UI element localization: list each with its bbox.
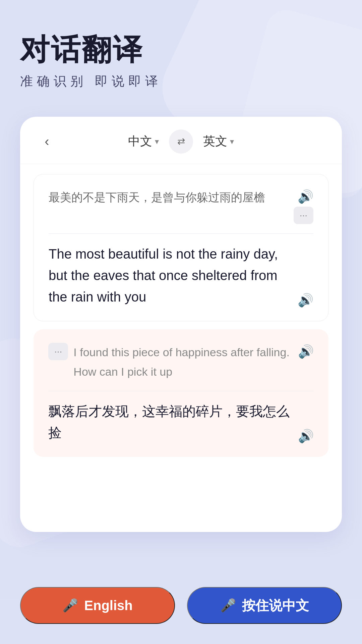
back-button[interactable]: ‹ (37, 134, 57, 149)
block1-source-speaker[interactable]: 🔊 (298, 189, 313, 204)
main-card: ‹ 中文 ▾ ⇄ 英文 ▾ 最美的不是下雨 (20, 117, 342, 532)
language-controls: 中文 ▾ ⇄ 英文 ▾ (57, 129, 305, 154)
chinese-button-label: 按住说中文 (242, 596, 309, 615)
english-mic-icon: 🎤 (62, 598, 78, 613)
english-button-label: English (84, 598, 132, 613)
chinese-speak-button[interactable]: 🎤 按住说中文 (187, 587, 342, 624)
block2-translated-row: 飘落后才发现，这幸福的碎片，要我怎么捡 🔊 (48, 400, 314, 443)
block1-translated-row: The most beautiful is not the rainy day,… (49, 243, 313, 308)
block1-translated-text: The most beautiful is not the rainy day,… (49, 243, 292, 308)
target-lang-chevron: ▾ (230, 137, 234, 146)
source-lang-label: 中文 (128, 133, 152, 150)
block2-divider (48, 391, 314, 391)
block1-source-text: 最美的不是下雨天，是曾与你躲过雨的屋檐 (49, 188, 288, 207)
page-title: 对话翻译 (20, 34, 342, 66)
card-toolbar: ‹ 中文 ▾ ⇄ 英文 ▾ (20, 117, 342, 164)
swap-languages-button[interactable]: ⇄ (169, 129, 193, 154)
block1-divider (49, 233, 313, 234)
source-lang-chevron: ▾ (155, 137, 159, 146)
translation-block-1: 最美的不是下雨天，是曾与你躲过雨的屋檐 🔊 ··· The most beaut… (34, 174, 328, 321)
block2-translated-text: 飘落后才发现，这幸福的碎片，要我怎么捡 (48, 400, 293, 443)
block2-source-text: I found this piece of happiness after fa… (73, 343, 293, 382)
block1-more-button[interactable]: ··· (294, 207, 313, 224)
source-lang-button[interactable]: 中文 ▾ (128, 133, 159, 150)
bottom-bar: 🎤 English 🎤 按住说中文 (0, 577, 362, 644)
chinese-mic-icon: 🎤 (220, 598, 236, 613)
conversation-body: 最美的不是下雨天，是曾与你躲过雨的屋檐 🔊 ··· The most beaut… (20, 164, 342, 532)
bottom-spacer (34, 465, 328, 519)
english-speak-button[interactable]: 🎤 English (20, 587, 175, 624)
block2-translated-speaker[interactable]: 🔊 (298, 429, 314, 443)
block2-source-speaker[interactable]: 🔊 (298, 344, 314, 359)
page-subtitle: 准确识别 即说即译 (20, 73, 342, 90)
block1-translated-speaker[interactable]: 🔊 (298, 293, 313, 308)
target-lang-label: 英文 (203, 133, 227, 150)
swap-icon: ⇄ (177, 136, 185, 147)
block2-more-button[interactable]: ··· (48, 343, 68, 360)
translation-block-2: ··· I found this piece of happiness afte… (34, 329, 328, 457)
target-lang-button[interactable]: 英文 ▾ (203, 133, 234, 150)
